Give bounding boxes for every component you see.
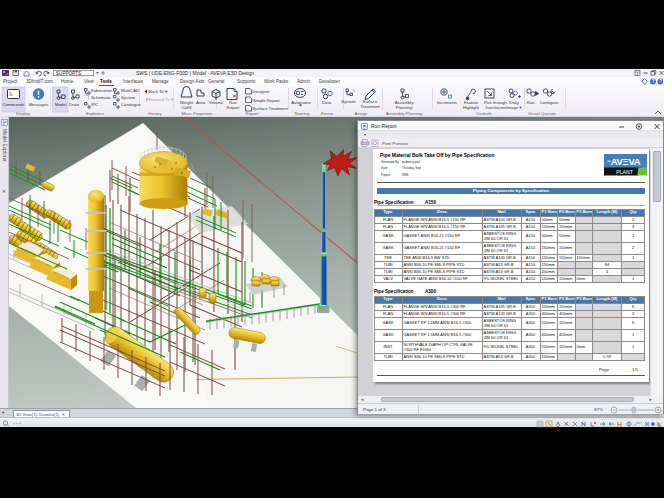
svg-text:Fabrication: Fabrication xyxy=(91,88,113,93)
svg-text:Messages: Messages xyxy=(29,102,49,107)
svg-text:Assign: Assign xyxy=(355,111,369,116)
svg-text:Draw: Draw xyxy=(69,102,80,107)
svg-text:Schematic: Schematic xyxy=(91,95,112,100)
svg-text:Highlight: Highlight xyxy=(463,105,480,110)
svg-text:Configure: Configure xyxy=(540,100,559,105)
svg-text:Assembly Planning: Assembly Planning xyxy=(386,111,423,116)
svg-text:Autoname: Autoname xyxy=(291,100,311,105)
svg-text:MultiCAD: MultiCAD xyxy=(121,88,139,93)
svg-text:CofG: CofG xyxy=(181,105,192,110)
svg-text:Forward To ▾: Forward To ▾ xyxy=(149,97,175,102)
svg-text:Display: Display xyxy=(16,111,31,116)
svg-text:Model: Model xyxy=(55,102,67,107)
svg-text:Image ▾: Image ▾ xyxy=(506,105,522,110)
svg-text:Translucent: Translucent xyxy=(485,105,507,110)
svg-text:Run: Run xyxy=(527,100,535,105)
svg-text:Visual Queries: Visual Queries xyxy=(528,111,556,116)
svg-text:PLANT: PLANT xyxy=(616,169,634,175)
svg-text:History: History xyxy=(148,111,162,116)
svg-text:IPC: IPC xyxy=(91,102,98,107)
svg-text:Controls: Controls xyxy=(476,111,492,116)
svg-text:System: System xyxy=(121,95,136,100)
svg-text:System: System xyxy=(341,99,356,104)
svg-text:Explorers: Explorers xyxy=(86,111,104,116)
svg-text:Catalogue: Catalogue xyxy=(121,102,141,107)
svg-text:Naming: Naming xyxy=(295,111,310,116)
svg-text:Data: Data xyxy=(322,100,332,105)
svg-text:Increments: Increments xyxy=(437,100,457,105)
svg-text:Report: Report xyxy=(246,111,260,116)
svg-text:Reuse: Reuse xyxy=(321,111,334,116)
svg-text:AVΞVA: AVΞVA xyxy=(611,156,641,167)
svg-text:?: ? xyxy=(659,79,662,84)
svg-text:Back To ▾: Back To ▾ xyxy=(149,89,168,94)
svg-text:Volume: Volume xyxy=(209,100,224,105)
svg-text:Mass Properties: Mass Properties xyxy=(181,111,212,116)
svg-text:Planning: Planning xyxy=(396,105,413,110)
svg-text:?: ? xyxy=(652,79,655,84)
svg-text:Report: Report xyxy=(227,105,241,110)
svg-text:Simple Report: Simple Report xyxy=(253,98,281,103)
svg-text:Area: Area xyxy=(196,100,206,105)
svg-text:Treatment: Treatment xyxy=(360,104,380,109)
svg-text:Designer: Designer xyxy=(253,89,271,94)
svg-text:Commands: Commands xyxy=(3,102,25,107)
